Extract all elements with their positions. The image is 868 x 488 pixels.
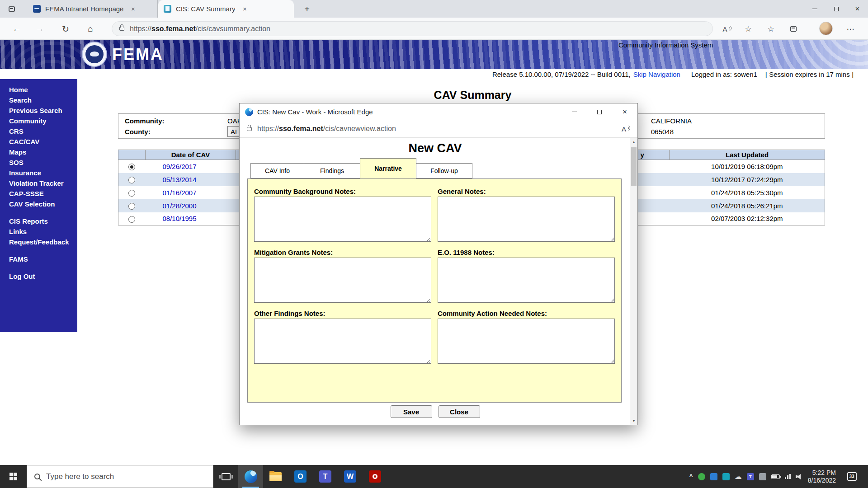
close-button[interactable]: Close: [439, 405, 480, 418]
read-aloud-icon[interactable]: A: [622, 125, 630, 133]
sidebar-item-request-feedback[interactable]: Request/Feedback: [9, 237, 77, 247]
address-bar[interactable]: https://sso.fema.net/cis/cavsummary.acti…: [112, 21, 713, 36]
popup-maximize-button[interactable]: [587, 103, 612, 120]
cav-date-link[interactable]: 01/28/2000: [162, 202, 196, 210]
sidebar-item-cap-ssse[interactable]: CAP-SSSE: [9, 188, 77, 199]
other-findings-notes-textarea[interactable]: [254, 319, 431, 364]
sidebar-item-sos[interactable]: SOS: [9, 157, 77, 168]
county-label: County:: [125, 128, 151, 136]
row-radio[interactable]: [128, 216, 135, 223]
battery-icon[interactable]: [771, 474, 780, 479]
profile-avatar[interactable]: [819, 22, 833, 35]
row-radio[interactable]: [128, 203, 135, 210]
popup-address-bar[interactable]: https://sso.fema.net/cis/cavnewview.acti…: [240, 120, 637, 138]
sidebar-item-home[interactable]: Home: [9, 84, 77, 95]
row-radio[interactable]: [128, 177, 135, 183]
start-button[interactable]: [0, 465, 27, 488]
collections-icon[interactable]: [787, 22, 800, 36]
eo-11988-notes-textarea[interactable]: [438, 258, 615, 303]
teams-tray-icon[interactable]: T: [747, 473, 754, 480]
search-input[interactable]: [46, 472, 195, 481]
tab-narrative[interactable]: Narrative: [360, 158, 416, 178]
popup-minimize-button[interactable]: [561, 103, 587, 120]
window-minimize-button[interactable]: [804, 0, 826, 18]
sidebar-item-cis-reports[interactable]: CIS Reports: [9, 216, 77, 226]
taskbar-edge-button[interactable]: [238, 465, 263, 488]
tab-fema-intranet[interactable]: FEMA Intranet Homepage ×: [28, 0, 158, 18]
forward-button[interactable]: →: [33, 22, 47, 36]
save-button[interactable]: Save: [391, 405, 432, 418]
hidden-icons-chevron[interactable]: ^: [689, 473, 693, 480]
taskbar-file-explorer-button[interactable]: [263, 465, 288, 488]
taskbar-teams-button[interactable]: T: [313, 465, 338, 488]
bluetooth-icon[interactable]: [710, 473, 717, 480]
scroll-up-icon[interactable]: ▲: [630, 138, 637, 146]
refresh-button[interactable]: ↻: [59, 22, 72, 36]
popup-title-bar[interactable]: CIS: New Cav - Work - Microsoft Edge ×: [240, 103, 637, 120]
system-title: Community Information System: [618, 41, 713, 49]
sidebar-item-fams[interactable]: FAMS: [9, 254, 77, 264]
tab-findings[interactable]: Findings: [304, 163, 360, 178]
minimize-icon: [812, 9, 817, 9]
taskbar-search[interactable]: [27, 465, 213, 488]
cav-date-link[interactable]: 01/16/2007: [162, 189, 196, 197]
sidebar-item-previous-search[interactable]: Previous Search: [9, 105, 77, 116]
window-close-button[interactable]: ×: [847, 0, 868, 18]
taskbar-word-button[interactable]: W: [338, 465, 363, 488]
window-maximize-button[interactable]: [826, 0, 847, 18]
field-eo-11988: E.O. 11988 Notes:: [438, 249, 615, 305]
sidebar-item-community[interactable]: Community: [9, 116, 77, 126]
tab-cis-cav-summary[interactable]: CIS: CAV Summary ×: [158, 0, 294, 18]
sidebar-item-search[interactable]: Search: [9, 95, 77, 105]
community-label: Community:: [125, 117, 165, 125]
sidebar-item-links[interactable]: Links: [9, 226, 77, 237]
sidebar-item-maps[interactable]: Maps: [9, 147, 77, 157]
general-notes-textarea[interactable]: [438, 197, 615, 242]
volume-icon[interactable]: [796, 474, 803, 479]
popup-close-button[interactable]: ×: [612, 103, 637, 120]
skip-navigation-link[interactable]: Skip Navigation: [633, 70, 680, 78]
community-action-needed-notes-textarea[interactable]: [438, 319, 615, 364]
more-menu-icon[interactable]: ⋯: [844, 22, 857, 36]
sidebar-item-violation-tracker[interactable]: Violation Tracker: [9, 178, 77, 188]
tab-cav-info[interactable]: CAV Info: [250, 163, 304, 178]
file-explorer-icon: [269, 472, 282, 481]
safely-remove-icon[interactable]: [759, 473, 766, 480]
onedrive-icon[interactable]: ☁: [735, 473, 742, 480]
taskbar-acrobat-button[interactable]: [363, 465, 387, 488]
back-button[interactable]: ←: [10, 22, 24, 36]
sidebar-item-log-out[interactable]: Log Out: [9, 271, 77, 282]
network-icon[interactable]: [785, 474, 791, 479]
row-radio[interactable]: [128, 164, 135, 170]
scroll-down-icon[interactable]: ▼: [630, 417, 637, 425]
tab-follow-up[interactable]: Follow-up: [416, 163, 472, 178]
cav-date-link[interactable]: 09/26/2017: [162, 163, 196, 170]
favorites-icon[interactable]: ☆: [764, 22, 778, 36]
mitigation-grants-notes-textarea[interactable]: [254, 258, 431, 303]
tab-close-icon[interactable]: ×: [240, 4, 250, 14]
sidebar-item-crs[interactable]: CRS: [9, 126, 77, 136]
add-favorite-icon[interactable]: ☆: [741, 22, 755, 36]
popup-scrollbar[interactable]: ▲ ▼: [630, 138, 637, 425]
row-radio[interactable]: [128, 190, 135, 197]
task-view-button[interactable]: [213, 465, 238, 488]
sidebar-item-cav-selection[interactable]: CAV Selection: [9, 199, 77, 209]
defender-icon[interactable]: [698, 473, 705, 480]
cav-date-link[interactable]: 05/13/2014: [162, 176, 196, 183]
read-aloud-icon[interactable]: A: [720, 22, 734, 36]
community-background-notes-textarea[interactable]: [254, 197, 431, 242]
tab-close-icon[interactable]: ×: [128, 4, 138, 14]
taskbar-clock[interactable]: 5:22 PM 8/16/2022: [808, 469, 836, 484]
scrollbar-thumb[interactable]: [631, 147, 637, 186]
cav-date-link[interactable]: 08/10/1995: [162, 215, 196, 222]
tab-list-icon[interactable]: [6, 4, 17, 14]
sidebar-item-cac-cav[interactable]: CAC/CAV: [9, 136, 77, 147]
sidebar-item-insurance[interactable]: Insurance: [9, 168, 77, 178]
browser-tab-bar: FEMA Intranet Homepage × CIS: CAV Summar…: [0, 0, 868, 18]
new-tab-button[interactable]: +: [301, 3, 313, 15]
notification-icon: 33: [847, 472, 857, 481]
taskbar-outlook-button[interactable]: O: [288, 465, 313, 488]
network-status-icon[interactable]: [722, 473, 730, 480]
notification-center-button[interactable]: 33: [841, 472, 863, 481]
home-button[interactable]: ⌂: [84, 22, 97, 36]
